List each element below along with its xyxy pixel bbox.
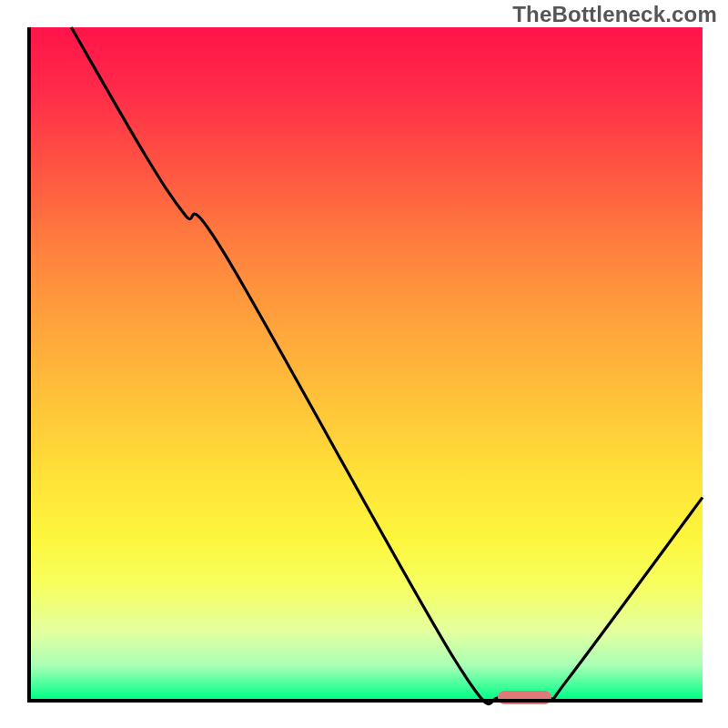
chart-axes — [27, 27, 703, 703]
chart-wrapper: TheBottleneck.com — [0, 0, 728, 728]
watermark-text: TheBottleneck.com — [512, 2, 717, 27]
